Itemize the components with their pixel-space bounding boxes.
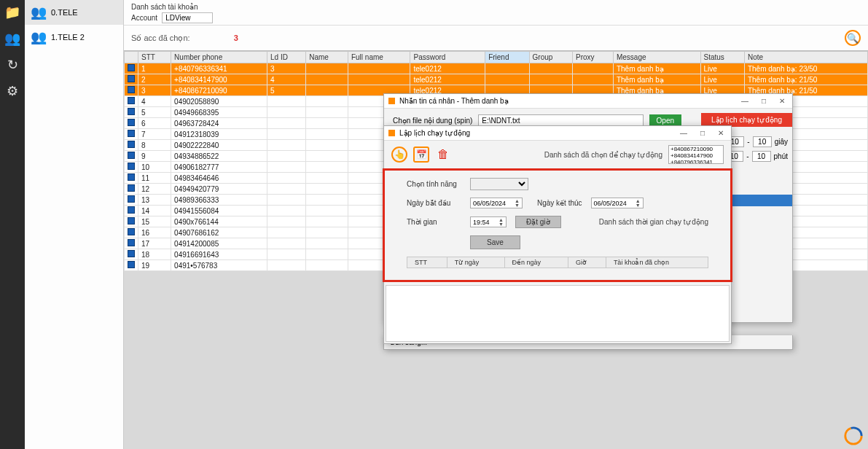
col-header[interactable]: Proxy bbox=[573, 52, 614, 63]
schedule-empty-area bbox=[386, 285, 730, 342]
calendar-icon[interactable]: 📅 bbox=[413, 147, 429, 163]
row-checkbox[interactable] bbox=[125, 129, 138, 140]
col-header[interactable]: Password bbox=[410, 52, 485, 63]
sched-col-header: Từ ngày bbox=[447, 257, 504, 268]
selection-row: Số acc đã chọn: 3 🔍 bbox=[124, 26, 868, 50]
sidebar-item-label: 0.TELE bbox=[51, 8, 78, 17]
dialog-scheduler: Lập lịch chạy tự động — □ ✕ 👆 📅 🗑 Danh s… bbox=[383, 125, 732, 344]
app-square-icon bbox=[388, 98, 395, 104]
row-checkbox[interactable] bbox=[125, 85, 138, 96]
row-checkbox[interactable] bbox=[125, 74, 138, 85]
sched-col-header: STT bbox=[407, 257, 447, 268]
top-strip: Danh sách tài khoản Account bbox=[124, 0, 868, 26]
row-checkbox[interactable] bbox=[125, 206, 138, 216]
sched-col-header: Đến ngày bbox=[504, 257, 568, 268]
trash-icon[interactable]: 🗑 bbox=[435, 147, 451, 163]
delay2b[interactable] bbox=[752, 151, 771, 162]
account-label: Account bbox=[131, 14, 157, 22]
maximize-icon[interactable]: □ bbox=[697, 129, 708, 137]
gear-icon[interactable]: ⚙ bbox=[4, 83, 20, 99]
sidebar: 👥 0.TELE 👥 1.TELE 2 bbox=[25, 0, 124, 449]
app-square-icon bbox=[388, 130, 395, 136]
schedule-table: STTTừ ngàyĐến ngàyGiờTài khoản đã chọn bbox=[407, 257, 708, 268]
brand-logo-icon bbox=[843, 426, 864, 446]
dialog1-titlebar[interactable]: Nhắn tin cá nhân - Thêm danh bạ — □ ✕ bbox=[384, 94, 792, 109]
row-checkbox[interactable] bbox=[125, 140, 138, 151]
col-header[interactable]: Number phone bbox=[171, 52, 267, 63]
row-checkbox[interactable] bbox=[125, 227, 138, 238]
minimize-icon[interactable]: — bbox=[738, 97, 751, 105]
row-checkbox[interactable] bbox=[125, 249, 138, 260]
row-checkbox[interactable] bbox=[125, 96, 138, 107]
add-schedule-icon[interactable]: 👆 bbox=[391, 147, 407, 163]
row-checkbox[interactable] bbox=[125, 162, 138, 173]
unit-seconds: giây bbox=[775, 138, 788, 146]
col-header[interactable]: Ld ID bbox=[267, 52, 306, 63]
time-input[interactable]: 19:54▲▼ bbox=[470, 216, 507, 227]
col-header[interactable]: Status bbox=[700, 52, 744, 63]
refresh-icon[interactable]: ↻ bbox=[4, 57, 20, 73]
selected-accounts-box: +840867210090+840834147900+840796336341 bbox=[668, 145, 724, 164]
feature-label: Chọn tính năng bbox=[407, 180, 461, 188]
minimize-icon[interactable]: — bbox=[677, 129, 690, 137]
close-icon[interactable]: ✕ bbox=[715, 129, 727, 137]
search-icon[interactable]: 🔍 bbox=[845, 30, 861, 46]
title: Danh sách tài khoản bbox=[131, 3, 861, 11]
row-checkbox[interactable] bbox=[125, 184, 138, 195]
row-checkbox[interactable] bbox=[125, 63, 138, 74]
unit-minutes: phút bbox=[774, 152, 788, 160]
row-checkbox[interactable] bbox=[125, 216, 138, 227]
close-icon[interactable]: ✕ bbox=[776, 97, 788, 105]
time-label: Thời gian bbox=[407, 218, 461, 226]
row-checkbox[interactable] bbox=[125, 107, 138, 118]
selection-label: Số acc đã chọn: bbox=[131, 34, 190, 43]
dialog2-titlebar[interactable]: Lập lịch chạy tự động — □ ✕ bbox=[384, 126, 731, 141]
sidebar-item-label: 1.TELE 2 bbox=[51, 33, 85, 42]
row-checkbox[interactable] bbox=[125, 195, 138, 206]
selection-count: 3 bbox=[234, 34, 238, 42]
row-checkbox[interactable] bbox=[125, 173, 138, 184]
col-header[interactable]: Note bbox=[744, 52, 867, 63]
main: Danh sách tài khoản Account Số acc đã ch… bbox=[124, 0, 868, 449]
account-field[interactable] bbox=[162, 12, 213, 23]
row-checkbox[interactable] bbox=[125, 260, 138, 271]
col-header[interactable] bbox=[125, 52, 138, 63]
selected-list-label: Danh sách đã chọn để chạy tự động bbox=[544, 151, 662, 159]
sched-col-header: Giờ bbox=[568, 257, 606, 268]
left-rail: 📁 👥 ↻ ⚙ bbox=[0, 0, 25, 449]
col-header[interactable]: Name bbox=[306, 52, 348, 63]
col-header[interactable]: Full name bbox=[348, 52, 410, 63]
table-row[interactable]: 2+8408341479004tele0212Thêm danh bạLiveT… bbox=[125, 74, 868, 85]
row-checkbox[interactable] bbox=[125, 238, 138, 249]
end-date-label: Ngày kết thúc bbox=[537, 199, 582, 207]
col-header[interactable]: Message bbox=[613, 52, 700, 63]
delay1b[interactable] bbox=[753, 136, 772, 147]
start-date-label: Ngày bắt đầu bbox=[407, 199, 461, 207]
sidebar-item-tele1[interactable]: 👥 1.TELE 2 bbox=[25, 25, 123, 50]
time-list-label: Danh sách thời gian chạy tự động bbox=[599, 218, 708, 226]
feature-select[interactable] bbox=[470, 178, 528, 190]
col-header[interactable]: STT bbox=[138, 52, 171, 63]
group-icon: 👥 bbox=[31, 4, 45, 20]
maximize-icon[interactable]: □ bbox=[759, 97, 769, 105]
dialog1-title: Nhắn tin cá nhân - Thêm danh bạ bbox=[399, 97, 509, 105]
col-header[interactable]: Friend bbox=[485, 52, 529, 63]
end-date-input[interactable]: 06/05/2024▲▼ bbox=[591, 198, 644, 208]
choose-file-label: Chọn file nội dung (spin) bbox=[393, 117, 472, 125]
sidebar-item-tele0[interactable]: 👥 0.TELE bbox=[25, 0, 123, 25]
row-checkbox[interactable] bbox=[125, 151, 138, 162]
add-folder-icon[interactable]: 📁 bbox=[4, 4, 20, 20]
users-icon[interactable]: 👥 bbox=[4, 31, 20, 47]
dialog2-title: Lập lịch chạy tự động bbox=[399, 129, 470, 137]
set-time-button[interactable]: Đặt giờ bbox=[515, 216, 561, 228]
scheduler-form: Chọn tính năng Ngày bắt đầu 06/05/2024▲▼… bbox=[383, 168, 732, 282]
table-row[interactable]: 1+8407963363413tele0212Thêm danh bạLiveT… bbox=[125, 63, 868, 74]
col-header[interactable]: Group bbox=[529, 52, 573, 63]
start-date-input[interactable]: 06/05/2024▲▼ bbox=[470, 198, 523, 208]
save-button[interactable]: Save bbox=[470, 235, 520, 249]
group-icon: 👥 bbox=[31, 29, 45, 45]
sched-col-header: Tài khoản đã chọn bbox=[606, 257, 708, 268]
row-checkbox[interactable] bbox=[125, 118, 138, 129]
